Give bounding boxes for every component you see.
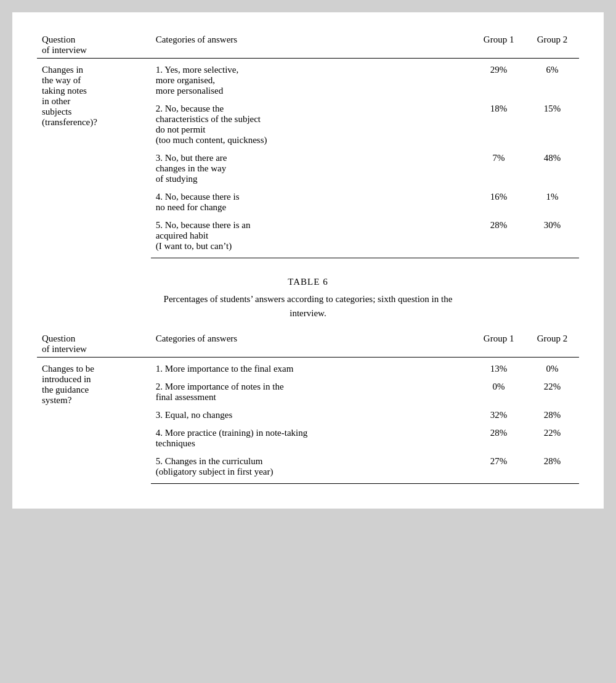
table6-header-categories: Categories of answers: [151, 330, 472, 358]
category-3-group1: 7%: [472, 149, 525, 188]
t6-category-2-text: 2. More importance of notes in thefinal …: [151, 378, 472, 406]
table6-subtitle: Percentages of students’ answers accordi…: [37, 292, 579, 320]
t6-category-5-text: 5. Changes in the curriculum(obligatory …: [151, 452, 472, 484]
table5-header-group2: Group 2: [525, 31, 579, 59]
t6-category-2-group2: 22%: [525, 378, 579, 406]
category-5-group1: 28%: [472, 216, 525, 258]
category-5-group2: 30%: [525, 216, 579, 258]
t6-category-2-group1: 0%: [472, 378, 525, 406]
t6-category-1-group2: 0%: [525, 358, 579, 378]
category-1-group2: 6%: [525, 59, 579, 100]
t6-category-5-group1: 27%: [472, 452, 525, 484]
page: Questionof interview Categories of answe…: [12, 12, 604, 509]
question-cell: Changes inthe way oftaking notesin other…: [37, 59, 151, 258]
table6-header-group1: Group 1: [472, 330, 525, 358]
table5-header-group1: Group 1: [472, 31, 525, 59]
category-2-group2: 15%: [525, 100, 579, 149]
table-row: Changes to beintroduced inthe guidancesy…: [37, 358, 579, 378]
category-3-text: 3. No, but there arechanges in the wayof…: [151, 149, 472, 188]
category-2-text: 2. No, because thecharacteristics of the…: [151, 100, 472, 149]
table5: Questionof interview Categories of answe…: [37, 31, 579, 258]
t6-category-1-text: 1. More importance to the final exam: [151, 358, 472, 378]
table-row: Changes inthe way oftaking notesin other…: [37, 59, 579, 100]
category-2-group1: 18%: [472, 100, 525, 149]
t6-category-3-text: 3. Equal, no changes: [151, 406, 472, 424]
t6-category-4-text: 4. More practice (training) in note-taki…: [151, 424, 472, 452]
category-3-group2: 48%: [525, 149, 579, 188]
table6-header-group2: Group 2: [525, 330, 579, 358]
t6-category-3-group1: 32%: [472, 406, 525, 424]
t6-category-3-group2: 28%: [525, 406, 579, 424]
question-cell: Changes to beintroduced inthe guidancesy…: [37, 358, 151, 484]
category-4-group1: 16%: [472, 188, 525, 216]
table6: Questionof interview Categories of answe…: [37, 330, 579, 484]
category-1-group1: 29%: [472, 59, 525, 100]
table5-header-question: Questionof interview: [37, 31, 151, 59]
table5-header-categories: Categories of answers: [151, 31, 472, 59]
category-4-text: 4. No, because there isno need for chang…: [151, 188, 472, 216]
t6-category-5-group2: 28%: [525, 452, 579, 484]
table6-header-question: Questionof interview: [37, 330, 151, 358]
t6-category-1-group1: 13%: [472, 358, 525, 378]
category-5-text: 5. No, because there is anacquired habit…: [151, 216, 472, 258]
category-4-group2: 1%: [525, 188, 579, 216]
table6-title: TABLE 6: [37, 277, 579, 287]
t6-category-4-group2: 22%: [525, 424, 579, 452]
t6-category-4-group1: 28%: [472, 424, 525, 452]
category-1-text: 1. Yes, more selective,more organised,mo…: [151, 59, 472, 100]
